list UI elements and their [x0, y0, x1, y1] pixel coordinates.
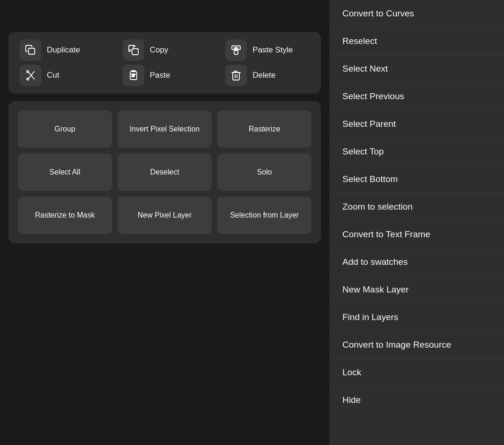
- menu-item-add-to-swatches[interactable]: Add to swatches: [329, 248, 504, 276]
- menu-item-select-previous[interactable]: Select Previous: [329, 83, 504, 110]
- paste-label: Paste: [150, 71, 170, 80]
- grid-btn-rasterize[interactable]: Rasterize: [217, 110, 311, 148]
- grid-btn-invert-pixel-selection[interactable]: Invert Pixel Selection: [118, 110, 212, 148]
- menu-item-hide[interactable]: Hide: [329, 387, 504, 414]
- menu-item-select-next[interactable]: Select Next: [329, 55, 504, 83]
- grid-panel: Group Invert Pixel Selection Rasterize S…: [8, 101, 321, 243]
- svg-rect-6: [234, 51, 238, 54]
- duplicate-icon: [20, 39, 41, 61]
- copy-label: Copy: [150, 45, 169, 55]
- menu-item-zoom-to-selection[interactable]: Zoom to selection: [329, 193, 504, 221]
- menu-item-lock[interactable]: Lock: [329, 359, 504, 387]
- menu-item-reselect[interactable]: Reselect: [329, 28, 504, 55]
- action-group: Duplicate Copy: [20, 39, 310, 86]
- menu-item-convert-to-text-frame[interactable]: Convert to Text Frame: [329, 221, 504, 248]
- action-bar: Duplicate Copy: [8, 32, 321, 94]
- duplicate-label: Duplicate: [47, 45, 80, 55]
- context-menu: Convert to Curves Reselect Select Next S…: [329, 0, 504, 445]
- cut-svg: [25, 70, 36, 81]
- action-item-delete[interactable]: Delete: [225, 65, 310, 86]
- grid-btn-new-pixel-layer[interactable]: New Pixel Layer: [118, 197, 212, 234]
- svg-rect-13: [132, 76, 134, 77]
- paste-style-svg: [230, 44, 242, 56]
- duplicate-svg: [25, 44, 36, 56]
- grid-btn-selection-from-layer[interactable]: Selection from Layer: [217, 197, 311, 234]
- paste-style-icon: [225, 39, 247, 61]
- svg-line-10: [29, 73, 34, 80]
- paste-svg: [128, 70, 139, 81]
- paste-icon: [123, 65, 144, 86]
- action-item-copy[interactable]: Copy: [123, 39, 207, 61]
- delete-icon: [225, 65, 247, 86]
- action-item-duplicate[interactable]: Duplicate: [20, 39, 104, 61]
- svg-rect-1: [132, 49, 138, 55]
- grid-btn-rasterize-to-mask[interactable]: Rasterize to Mask: [18, 197, 112, 234]
- menu-item-convert-to-image-resource[interactable]: Convert to Image Resource: [329, 331, 504, 359]
- left-panel: Duplicate Copy: [0, 0, 329, 445]
- grid-btn-solo[interactable]: Solo: [217, 153, 311, 191]
- action-item-cut[interactable]: Cut: [20, 65, 104, 86]
- menu-item-find-in-layers[interactable]: Find in Layers: [329, 304, 504, 331]
- svg-rect-0: [29, 48, 35, 54]
- copy-icon: [123, 39, 144, 61]
- menu-item-convert-to-curves[interactable]: Convert to Curves: [329, 0, 504, 28]
- cut-label: Cut: [47, 71, 59, 80]
- grid-btn-group[interactable]: Group: [18, 110, 112, 148]
- copy-svg: [128, 44, 139, 56]
- grid-btn-select-all[interactable]: Select All: [18, 153, 112, 191]
- menu-item-select-parent[interactable]: Select Parent: [329, 110, 504, 138]
- svg-line-9: [29, 72, 34, 79]
- action-item-paste[interactable]: Paste: [123, 65, 207, 86]
- action-item-paste-style[interactable]: Paste Style: [225, 39, 310, 61]
- paste-style-label: Paste Style: [252, 45, 293, 55]
- menu-item-select-bottom[interactable]: Select Bottom: [329, 166, 504, 193]
- menu-item-new-mask-layer[interactable]: New Mask Layer: [329, 276, 504, 304]
- menu-item-select-top[interactable]: Select Top: [329, 138, 504, 166]
- svg-rect-12: [132, 74, 135, 75]
- delete-label: Delete: [252, 71, 275, 80]
- delete-svg: [230, 70, 242, 81]
- cut-icon: [20, 65, 41, 86]
- grid-btn-deselect[interactable]: Deselect: [118, 153, 212, 191]
